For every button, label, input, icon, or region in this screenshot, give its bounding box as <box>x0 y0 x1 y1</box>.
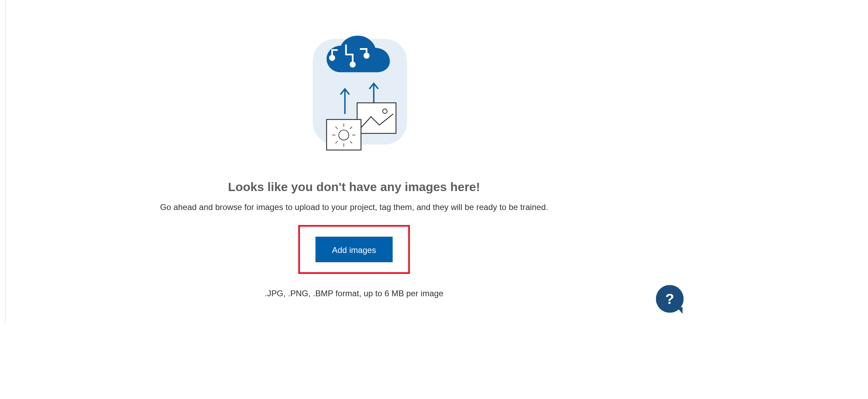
sidebar: Filter Iteration Workspace ▼ Tags + Tagg… <box>0 0 5 323</box>
formats-text: .JPG, .PNG, .BMP format, up to 6 MB per … <box>265 288 444 298</box>
empty-title: Looks like you don't have any images her… <box>228 180 480 195</box>
empty-illustration <box>296 33 412 163</box>
svg-point-20 <box>350 62 355 67</box>
svg-rect-25 <box>357 103 396 133</box>
empty-subtitle: Go ahead and browse for images to upload… <box>160 202 548 211</box>
main-area: Add images Delete Tag images Select all <box>5 0 702 323</box>
empty-state: Looks like you don't have any images her… <box>5 33 702 298</box>
svg-point-21 <box>330 56 334 60</box>
svg-point-22 <box>364 53 368 58</box>
question-icon: ? <box>665 290 674 308</box>
body: Filter Iteration Workspace ▼ Tags + Tagg… <box>0 0 702 323</box>
add-images-highlight: Add images <box>298 225 410 274</box>
add-images-main-button[interactable]: Add images <box>315 237 393 262</box>
help-fab[interactable]: ? <box>656 285 684 313</box>
